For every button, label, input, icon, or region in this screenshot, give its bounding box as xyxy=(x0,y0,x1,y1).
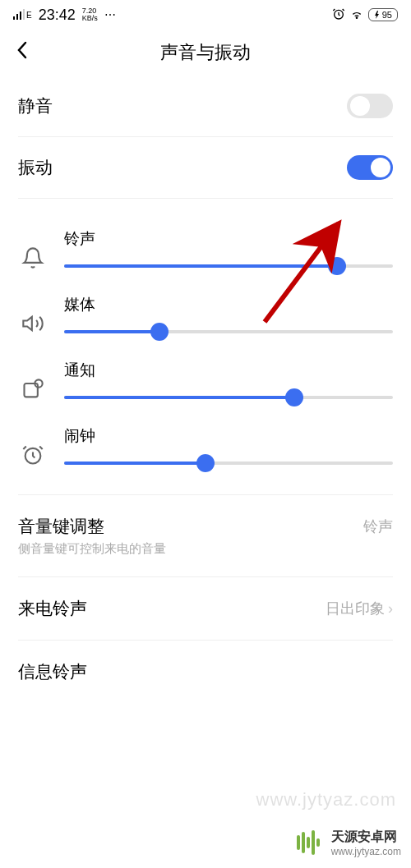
ringtone-slider-row: 铃声 xyxy=(18,212,393,278)
incoming-ringtone-value: 日出印象 › xyxy=(326,599,393,618)
signal-label: E xyxy=(26,11,32,20)
header: 声音与振动 xyxy=(0,30,411,76)
ringtone-slider-label: 铃声 xyxy=(64,228,393,250)
alarm-status-icon xyxy=(332,7,345,23)
media-slider-label: 媒体 xyxy=(64,294,393,315)
vibrate-label: 振动 xyxy=(18,156,53,179)
more-icon: ⋯ xyxy=(104,8,117,21)
media-slider[interactable] xyxy=(64,330,393,333)
volume-key-title: 音量键调整 xyxy=(18,515,363,538)
svg-rect-13 xyxy=(307,837,310,848)
media-slider-row: 媒体 xyxy=(18,278,393,343)
watermark-logo-icon xyxy=(292,827,323,858)
vibrate-toggle[interactable] xyxy=(347,155,393,180)
volume-key-row[interactable]: 音量键调整 侧音量键可控制来电的音量 铃声 xyxy=(18,495,393,577)
svg-rect-0 xyxy=(13,16,15,20)
watermark-bar: 天源安卓网 www.jytyaz.com xyxy=(0,817,411,868)
watermark-title: 天源安卓网 xyxy=(331,829,401,846)
mute-toggle[interactable] xyxy=(347,94,393,118)
ringtone-slider[interactable] xyxy=(64,264,393,268)
bell-icon xyxy=(18,243,48,273)
incoming-ringtone-row[interactable]: 来电铃声 日出印象 › xyxy=(18,577,393,641)
svg-rect-2 xyxy=(20,11,21,20)
svg-rect-14 xyxy=(312,830,315,855)
notification-slider-row: 通知 xyxy=(18,343,393,409)
vibrate-row[interactable]: 振动 xyxy=(18,137,393,199)
svg-rect-1 xyxy=(16,14,18,20)
svg-rect-15 xyxy=(316,838,320,847)
clock-icon xyxy=(18,440,48,470)
page-title: 声音与振动 xyxy=(16,40,395,65)
svg-rect-11 xyxy=(297,835,300,850)
battery-indicator: 95 xyxy=(368,8,398,21)
signal-icon xyxy=(13,8,25,22)
notification-slider[interactable] xyxy=(64,396,393,399)
notification-icon xyxy=(18,374,48,404)
volume-key-sub: 侧音量键可控制来电的音量 xyxy=(18,541,363,557)
status-time: 23:42 xyxy=(39,7,76,24)
chevron-right-icon: › xyxy=(388,600,393,618)
status-bar: E 23:42 7.20KB/s ⋯ 95 xyxy=(0,0,411,30)
wifi-icon xyxy=(350,7,363,23)
mute-label: 静音 xyxy=(18,94,53,117)
svg-rect-12 xyxy=(302,832,305,853)
alarm-slider[interactable] xyxy=(64,462,393,465)
status-speed: 7.20KB/s xyxy=(82,7,98,22)
volume-key-value: 铃声 xyxy=(363,517,393,536)
message-ringtone-title: 信息铃声 xyxy=(18,660,393,683)
mute-row[interactable]: 静音 xyxy=(18,76,393,137)
watermark-ghost: www.jytyaz.com xyxy=(256,789,396,811)
watermark-url: www.jytyaz.com xyxy=(331,846,401,857)
svg-rect-3 xyxy=(23,9,25,20)
incoming-ringtone-title: 来电铃声 xyxy=(18,597,326,620)
alarm-slider-row: 闹钟 xyxy=(18,409,393,475)
notification-slider-label: 通知 xyxy=(64,360,393,381)
alarm-slider-label: 闹钟 xyxy=(64,425,393,447)
speaker-icon xyxy=(18,309,48,338)
svg-marker-6 xyxy=(23,317,31,330)
svg-point-5 xyxy=(356,17,357,18)
message-ringtone-row[interactable]: 信息铃声 xyxy=(18,641,393,703)
back-button[interactable] xyxy=(16,40,28,66)
